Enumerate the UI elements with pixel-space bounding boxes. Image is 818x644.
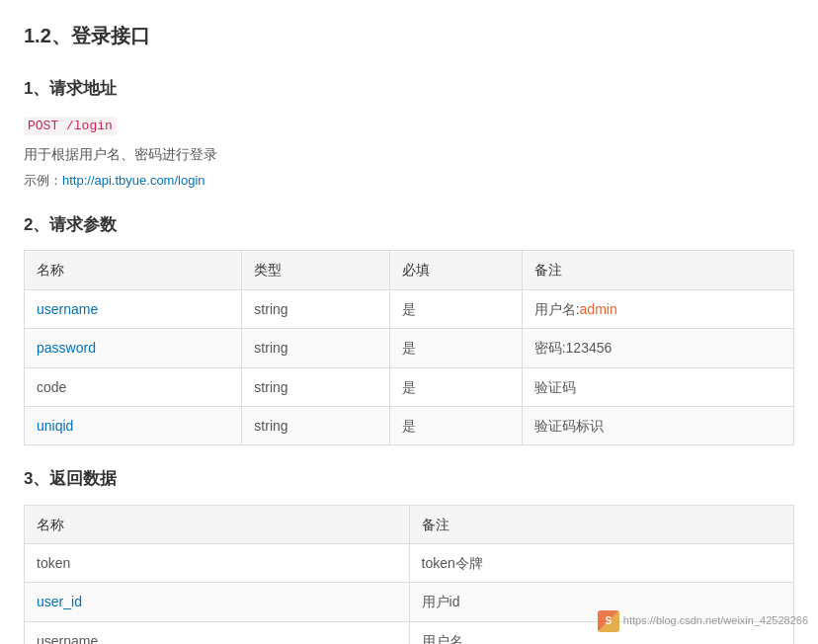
- param-note: 验证码标识: [522, 406, 793, 444]
- param-type: string: [242, 406, 390, 444]
- request-method-path: POST /login: [24, 117, 117, 135]
- table-row: code string 是 验证码: [25, 367, 794, 406]
- watermark-logo: S: [598, 610, 619, 632]
- section2-title: 2、请求参数: [24, 211, 794, 238]
- section1-title: 1、请求地址: [24, 75, 794, 102]
- section-request-params: 2、请求参数 名称 类型 必填 备注 username string 是 用户名…: [24, 211, 794, 445]
- param-required: 是: [389, 406, 522, 444]
- param-type: string: [242, 329, 390, 367]
- param-name-password[interactable]: password: [37, 340, 96, 356]
- page-title: 1.2、登录接口: [24, 20, 794, 57]
- request-example: 示例：http://api.tbyue.com/login: [24, 171, 794, 192]
- col-header-note: 备注: [522, 251, 793, 289]
- watermark-url: https://blog.csdn.net/weixin_42528266: [623, 612, 808, 630]
- table-row: password string 是 密码:123456: [25, 329, 794, 367]
- param-type: string: [242, 367, 390, 406]
- param-note: 用户名:admin: [522, 289, 793, 328]
- request-description: 用于根据用户名、密码进行登录: [24, 143, 794, 165]
- param-required: 是: [389, 329, 522, 367]
- watermark-logo-text: S: [606, 613, 613, 629]
- param-note: 验证码: [522, 367, 793, 406]
- table-row: username string 是 用户名:admin: [25, 289, 794, 328]
- table-row: token token令牌: [25, 543, 794, 582]
- param-name-uniqid[interactable]: uniqid: [37, 418, 73, 434]
- col-header-type: 类型: [242, 251, 390, 289]
- note-highlight: admin: [580, 301, 617, 317]
- example-url[interactable]: http://api.tbyue.com/login: [62, 173, 205, 188]
- param-required: 是: [389, 367, 522, 406]
- watermark: S https://blog.csdn.net/weixin_42528266: [598, 610, 808, 632]
- section-request-url: 1、请求地址 POST /login 用于根据用户名、密码进行登录 示例：htt…: [24, 75, 794, 192]
- section3-title: 3、返回数据: [24, 465, 794, 492]
- params-table: 名称 类型 必填 备注 username string 是 用户名:admin …: [24, 250, 794, 445]
- col-header-name: 名称: [25, 505, 410, 543]
- param-name-username[interactable]: username: [37, 301, 98, 317]
- response-name-userid[interactable]: user_id: [37, 594, 82, 609]
- param-note: 密码:123456: [522, 329, 793, 367]
- col-header-name: 名称: [25, 251, 242, 289]
- response-name-username: username: [25, 621, 410, 644]
- param-type: string: [242, 289, 390, 328]
- col-header-note: 备注: [409, 505, 793, 543]
- param-required: 是: [389, 289, 522, 328]
- example-label: 示例：: [24, 173, 62, 188]
- col-header-required: 必填: [389, 251, 522, 289]
- response-name-token: token: [25, 543, 410, 582]
- response-note: token令牌: [409, 543, 793, 582]
- table-row: uniqid string 是 验证码标识: [25, 406, 794, 444]
- param-name-code: code: [25, 367, 242, 406]
